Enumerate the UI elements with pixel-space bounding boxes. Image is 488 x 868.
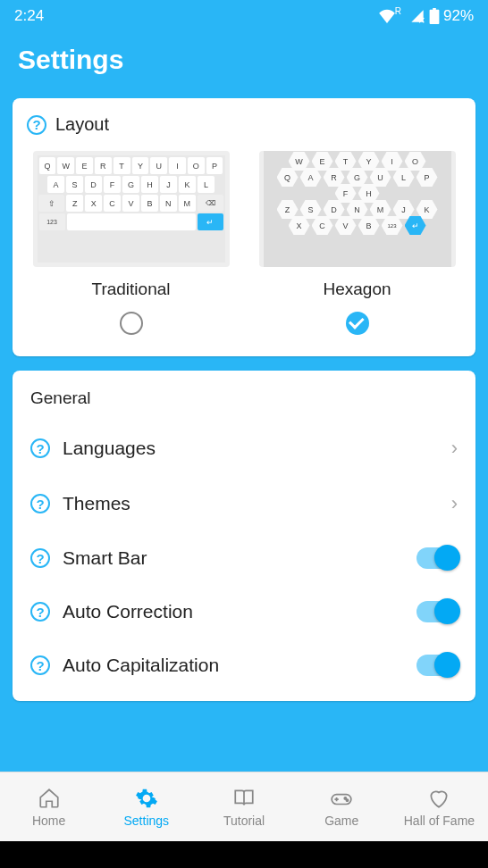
kb-key: E [76,157,93,174]
kb-back-key: ⌫ [198,195,223,212]
hex-key: C [312,216,333,235]
kb-key: Q [39,157,56,174]
setting-smart-bar: ? Smart Bar [13,531,475,585]
general-card: General ? Languages › ? Themes › ? Smart… [13,371,475,701]
kb-key: Z [66,195,83,212]
nav-game[interactable]: Game [293,772,391,841]
kb-shift-key: ⇧ [38,195,64,212]
help-icon[interactable]: ? [30,655,50,675]
nav-home[interactable]: Home [0,772,97,841]
hex-key: B [358,216,380,235]
kb-key: N [160,195,177,212]
kb-key: K [179,176,196,193]
status-bar: 2:24 R 92% [0,0,488,32]
battery-icon [429,8,440,24]
chevron-right-icon: › [451,437,458,460]
layout-header: ? Layout [27,114,461,135]
setting-auto-capitalization: ? Auto Capitalization [13,638,475,692]
kb-key: A [47,176,64,193]
kb-key: L [198,176,215,193]
layout-label-hexagon: Hexagon [323,280,391,299]
kb-key: R [95,157,112,174]
gamepad-icon [330,787,353,810]
help-icon[interactable]: ? [30,494,50,513]
nav-hall-of-fame[interactable]: Hall of Fame [391,772,488,841]
kb-key: Y [132,157,149,174]
nav-tutorial[interactable]: Tutorial [195,772,292,841]
system-nav-bar [0,841,488,868]
setting-label: Auto Correction [63,601,404,622]
kb-key: H [141,176,158,193]
layout-card: ? Layout Q W E R T Y U I [13,98,475,356]
svg-point-3 [344,797,346,798]
general-title: General [13,388,475,421]
setting-auto-correction: ? Auto Correction [13,585,475,638]
kb-mode-key: 123 [39,213,65,230]
svg-rect-0 [430,10,440,24]
kb-key: T [114,157,130,174]
nav-label: Tutorial [223,814,265,828]
nav-settings[interactable]: Settings [97,772,195,841]
radio-traditional[interactable] [120,312,143,335]
kb-key: G [122,176,139,193]
heart-icon [427,787,450,810]
nav-label: Game [324,814,358,828]
layout-label-traditional: Traditional [91,280,170,299]
help-icon[interactable]: ? [27,115,46,135]
nav-label: Settings [124,814,170,828]
kb-key: B [141,195,158,212]
radio-hexagon[interactable] [346,312,369,335]
status-right: R 92% [378,7,474,25]
setting-languages[interactable]: ? Languages › [13,421,475,476]
kb-space-key [67,213,196,230]
svg-rect-1 [433,8,436,11]
kb-key: V [122,195,139,212]
layout-preview-traditional: Q W E R T Y U I O P A [33,151,230,267]
setting-label: Languages [63,438,439,459]
kb-key: I [169,157,186,174]
chevron-right-icon: › [451,492,458,515]
bottom-nav: Home Settings Tutorial Game Hall of Fame [0,772,488,841]
setting-label: Themes [63,493,439,514]
layout-option-traditional[interactable]: Q W E R T Y U I O P A [27,151,235,335]
layout-preview-hexagon: W E T Y I O Q A R G U [259,151,456,267]
toggle-auto-capitalization[interactable] [416,655,458,676]
help-icon[interactable]: ? [30,438,50,458]
kb-enter-key: ↵ [198,213,223,230]
wifi-badge: R [395,6,401,16]
toggle-smart-bar[interactable] [416,547,458,569]
hex-enter-key: ↵ [405,216,426,235]
nav-label: Hall of Fame [404,814,475,828]
kb-key: M [179,195,196,212]
book-icon [232,787,256,810]
layout-option-hexagon[interactable]: W E T Y I O Q A R G U [253,151,461,335]
setting-label: Smart Bar [63,547,404,569]
setting-themes[interactable]: ? Themes › [13,476,475,531]
kb-key: O [188,157,205,174]
kb-key: S [66,176,83,193]
nav-label: Home [32,814,65,828]
layout-options: Q W E R T Y U I O P A [27,151,461,335]
kb-key: P [206,157,223,174]
kb-key: F [104,176,121,193]
kb-key: U [150,157,167,174]
page-title: Settings [18,45,470,75]
kb-key: C [104,195,121,212]
kb-key: W [57,157,74,174]
setting-label: Auto Capitalization [63,655,404,676]
status-time: 2:24 [14,7,44,25]
hex-key: V [335,216,357,235]
toggle-auto-correction[interactable] [416,601,458,622]
kb-key: J [160,176,177,193]
gear-icon [135,787,158,810]
help-icon[interactable]: ? [30,602,50,622]
hex-key: X [289,216,310,235]
layout-title: Layout [55,114,109,135]
kb-key: D [85,176,102,193]
hex-mode-key: 123 [382,216,403,235]
home-icon [38,787,61,810]
help-icon[interactable]: ? [30,548,50,568]
wifi-icon [378,9,396,23]
signal-icon [409,9,425,23]
kb-key: X [85,195,102,212]
